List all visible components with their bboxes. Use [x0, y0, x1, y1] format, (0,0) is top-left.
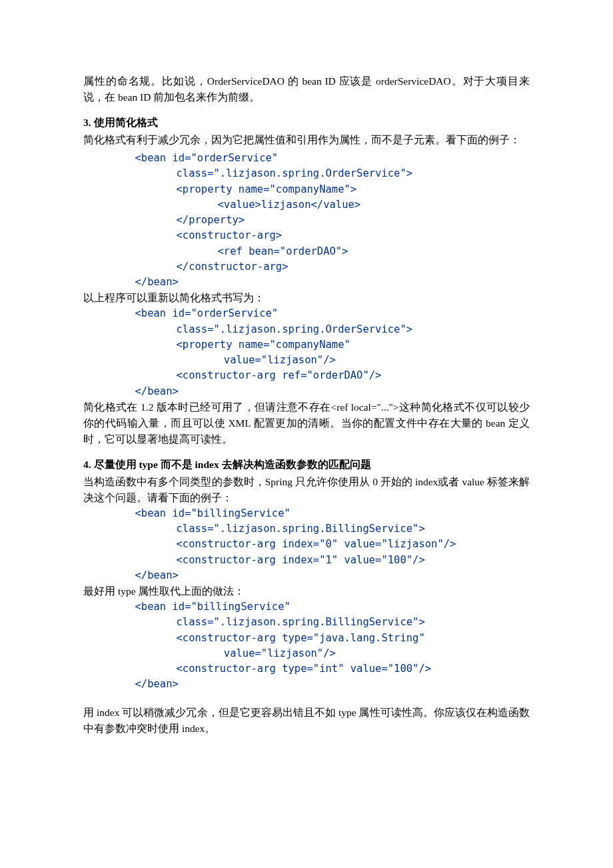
code-block-1: class=".lizjason.spring.OrderService"> — [83, 166, 530, 181]
document-page: 属性的命名规。比如说，OrderServiceDAO 的 bean ID 应该是… — [0, 0, 613, 868]
code-block-3: <constructor-arg index="0" value="lizjas… — [83, 537, 530, 552]
intro-paragraph: 属性的命名规。比如说，OrderServiceDAO 的 bean ID 应该是… — [83, 73, 530, 105]
code-block-4: class=".lizjason.spring.BillingService"> — [83, 615, 530, 630]
section-3-mid: 以上程序可以重新以简化格式书写为： — [83, 290, 530, 306]
code-block-1: <constructor-arg> — [83, 228, 530, 243]
code-block-1: <ref bean="orderDAO"> — [83, 244, 530, 259]
code-block-2: class=".lizjason.spring.OrderService"> — [83, 322, 530, 337]
code-block-4: <bean id="billingService" — [83, 599, 530, 615]
code-block-1: </constructor-arg> — [83, 259, 530, 275]
code-block-3: class=".lizjason.spring.BillingService"> — [83, 521, 530, 537]
code-block-3: </bean> — [83, 568, 530, 583]
section-4-heading: 4. 尽量使用 type 而不是 index 去解决构造函数参数的匹配问题 — [83, 457, 530, 473]
section-4-mid: 最好用 type 属性取代上面的做法： — [83, 583, 530, 599]
code-block-1: <value>lizjason</value> — [83, 197, 530, 213]
code-block-2: <constructor-arg ref="orderDAO"/> — [83, 368, 530, 383]
spacer — [83, 693, 530, 705]
section-3-heading: 3. 使用简化格式 — [83, 115, 530, 131]
code-block-4: <constructor-arg type="java.lang.String" — [83, 631, 530, 646]
code-block-1: <bean id="orderService" — [83, 151, 530, 166]
code-block-1: </bean> — [83, 275, 530, 290]
code-block-2: <bean id="orderService" — [83, 306, 530, 321]
code-block-2: value="lizjason"/> — [83, 353, 530, 368]
code-block-3: <constructor-arg index="1" value="100"/> — [83, 553, 530, 568]
code-block-2: <property name="companyName" — [83, 337, 530, 353]
section-3-intro: 简化格式有利于减少冗余，因为它把属性值和引用作为属性，而不是子元素。看下面的例子… — [83, 132, 530, 148]
section-3-outro: 简化格式在 1.2 版本时已经可用了，但请注意不存在<ref local="..… — [83, 399, 530, 447]
section-4-outro: 用 index 可以稍微减少冗余，但是它更容易出错且不如 type 属性可读性高… — [83, 705, 530, 737]
code-block-1: </property> — [83, 213, 530, 228]
code-block-4: value="lizjason"/> — [83, 646, 530, 661]
code-block-4: <constructor-arg type="int" value="100"/… — [83, 661, 530, 677]
code-block-3: <bean id="billingService" — [83, 506, 530, 521]
section-4-intro: 当构造函数中有多个同类型的参数时，Spring 只允许你使用从 0 开始的 in… — [83, 474, 530, 506]
code-block-2: </bean> — [83, 384, 530, 399]
code-block-1: <property name="companyName"> — [83, 182, 530, 197]
code-block-4: </bean> — [83, 677, 530, 692]
